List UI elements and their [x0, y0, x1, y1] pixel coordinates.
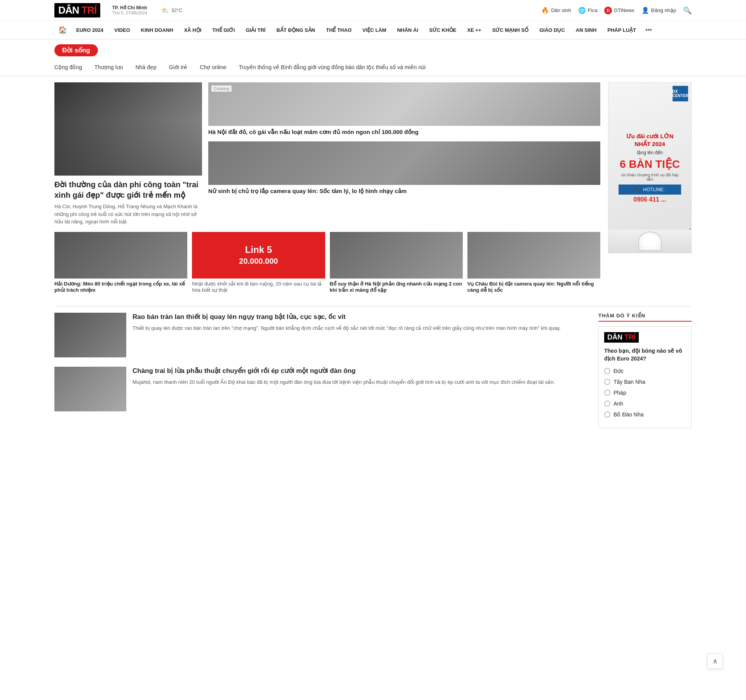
sub-navigation: Cộng đồng Thượng lưu Nhà đẹp Giới trẻ Ch… — [0, 59, 746, 76]
site-header: DÂN TRÍ TP. Hồ Chí Minh Thứ 5, 27/06/202… — [0, 0, 746, 40]
subnav-cho-online[interactable]: Chợ online — [193, 62, 232, 73]
list-article-1-desc: Thiết bị quay lén được rao bán tràn lan … — [132, 324, 587, 332]
nav-euro2024[interactable]: EURO 2024 — [71, 23, 109, 38]
subnav-nha-dep[interactable]: Nhà đẹp — [129, 62, 163, 73]
nav-xe-plus[interactable]: XE ++ — [462, 23, 487, 38]
ad-value: 6 BÀN TIỆC — [619, 158, 681, 171]
side-article-1-title: Hà Nội đắt đỏ, cô gái vẫn nấu loạt mâm c… — [208, 128, 600, 136]
side-article-1[interactable]: Cooking Hà Nội đắt đỏ, cô gái vẫn nấu lo… — [208, 82, 600, 136]
nav-the-thao[interactable]: THỂ THAO — [321, 23, 357, 38]
nav-bat-dong-san[interactable]: BẤT ĐỘNG SẢN — [271, 23, 321, 38]
nav-xa-hoi[interactable]: XÃ HỘI — [179, 23, 207, 38]
dan-sinh-link[interactable]: 🔥 Dân sinh — [541, 7, 571, 14]
ad-hotline-label: HOTLINE: — [643, 187, 664, 192]
nav-kinh-doanh[interactable]: KINH DOANH — [136, 23, 179, 38]
section-divider — [54, 306, 692, 306]
home-icon: 🏠 — [58, 26, 67, 34]
list-article-2-title: Chàng trai bị lừa phẫu thuật chuyển giới… — [132, 367, 587, 375]
category-tag: Đời sống — [54, 44, 98, 56]
d-badge: D — [604, 7, 612, 14]
small-article-4-title: Vụ Châu Bùi bị đặt camera quay lén: Ngườ… — [467, 281, 600, 294]
radio-bdn[interactable] — [604, 411, 610, 418]
nav-the-gioi[interactable]: THẾ GIỚI — [207, 23, 240, 38]
small-article-1-title: Hải Dương: Mèo 80 triệu chết ngạt trong … — [54, 281, 187, 294]
subnav-gioi-tre[interactable]: Giới trẻ — [163, 62, 194, 73]
city-label: TP. Hồ Chí Minh — [112, 5, 147, 10]
link5-card[interactable]: Link 5 20.000.000 Nhật được khởi sắt khi… — [192, 232, 325, 294]
ad-hotline: 0906 411 ... — [619, 196, 681, 203]
dtinews-link[interactable]: D DTiNews — [604, 7, 634, 14]
nav-giai-tri[interactable]: GIẢI TRÍ — [241, 23, 271, 38]
nav-more-button[interactable]: ••• — [641, 22, 656, 38]
poll-question: Theo bạn, đội bóng nào sẽ vô địch Euro 2… — [604, 347, 686, 362]
search-button[interactable]: 🔍 — [683, 6, 692, 15]
poll-option-phap[interactable]: Pháp — [604, 390, 686, 396]
side-article-2[interactable]: Nữ sinh bị chủ trọ lắp camera quay lén: … — [208, 141, 600, 195]
featured-article-desc: Hà Còi, Huỳnh Trung Dũng, Hồ Trang Nhung… — [54, 203, 202, 226]
link5-desc: Nhật được khởi sắt khi đi làm ruộng, 20 … — [192, 281, 325, 294]
small-article-3[interactable]: Bổ suy thận ở Hà Nội phản ứng nhanh cứu … — [330, 232, 463, 294]
temperature-label: 32°C — [171, 7, 183, 13]
nav-an-sinh[interactable]: AN SINH — [570, 23, 602, 38]
nav-video[interactable]: VIDEO — [109, 23, 135, 38]
nav-suc-khoe[interactable]: SỨC KHỎE — [424, 23, 462, 38]
user-icon: 👤 — [641, 7, 649, 14]
poll-option-bdn[interactable]: Bồ Đào Nha — [604, 411, 686, 418]
weather-icon: ⛅ — [161, 7, 169, 14]
small-article-3-title: Bổ suy thận ở Hà Nội phản ứng nhanh cứu … — [330, 281, 463, 294]
login-button[interactable]: 👤 Đăng nhập — [641, 7, 676, 14]
articles-list: Rao bán tràn lan thiết bị quay lén ngụy … — [54, 313, 587, 428]
ad-subtitle: tặng lên đến — [619, 150, 681, 155]
side-article-2-title: Nữ sinh bị chủ trọ lắp camera quay lén: … — [208, 187, 600, 195]
nav-giao-duc[interactable]: GIÁO DỤC — [534, 23, 570, 38]
list-article-1[interactable]: Rao bán tràn lan thiết bị quay lén ngụy … — [54, 313, 587, 357]
ad-title: Ưu đãi cưới LỚN NHẤT 2024 — [619, 132, 681, 148]
nav-viec-lam[interactable]: VIỆC LÀM — [357, 23, 392, 38]
poll-section-title: THĂM DÒ Ý KIẾN — [598, 313, 692, 322]
main-navigation: 🏠 EURO 2024 VIDEO KINH DOANH XÃ HỘI THẾ … — [0, 21, 746, 40]
link5-value: 20.000.000 — [239, 257, 278, 266]
small-article-1[interactable]: Hải Dương: Mèo 80 triệu chết ngạt trong … — [54, 232, 187, 294]
nav-nhan-ai[interactable]: NHÂN ÁI — [392, 23, 424, 38]
hotline-icon: 📞 — [635, 187, 641, 192]
nav-suc-manh-so[interactable]: SỨC MẠNH SỐ — [487, 23, 534, 38]
list-article-1-title: Rao bán tràn lan thiết bị quay lén ngụy … — [132, 313, 587, 321]
radio-duc[interactable] — [604, 368, 610, 374]
poll-option-anh[interactable]: Anh — [604, 400, 686, 407]
list-article-2[interactable]: Chàng trai bị lừa phẫu thuật chuyển giới… — [54, 367, 587, 411]
list-article-2-desc: Mujahid, nam thanh niên 20 tuổi người Ấn… — [132, 378, 587, 386]
subnav-thuong-luu[interactable]: Thượng lưu — [88, 62, 129, 73]
poll-option-tbn[interactable]: Tây Ban Nha — [604, 379, 686, 385]
poll-option-duc[interactable]: Đức — [604, 368, 686, 374]
subnav-truyen-thong[interactable]: Truyền thống về Bình đẳng giới vùng đồng… — [233, 62, 432, 73]
featured-article[interactable]: Đời thường của dàn phi công toàn "trai x… — [54, 82, 202, 226]
poll-section: THĂM DÒ Ý KIẾN DÂN TRÍ Theo bạn, đội bón… — [598, 313, 692, 428]
small-article-4[interactable]: Vụ Châu Bùi bị đặt camera quay lén: Ngườ… — [467, 232, 600, 294]
subnav-cong-dong[interactable]: Cộng đồng — [54, 62, 88, 73]
globe-icon: 🌐 — [578, 7, 586, 14]
nav-phap-luat[interactable]: PHÁP LUẬT — [602, 23, 641, 38]
nav-home[interactable]: 🏠 — [54, 21, 71, 39]
featured-article-title: Đời thường của dàn phi công toàn "trai x… — [54, 179, 202, 200]
poll-logo: DÂN TRÍ — [604, 332, 639, 343]
radio-phap[interactable] — [604, 390, 610, 396]
fire-icon: 🔥 — [541, 7, 549, 14]
site-logo[interactable]: DÂN TRÍ — [54, 3, 100, 17]
fica-link[interactable]: 🌐 Fica — [578, 7, 598, 14]
link5-title: Link 5 — [245, 244, 272, 255]
ad-banner[interactable]: DXCENTER Ưu đãi cưới LỚN NHẤT 2024 tặng … — [608, 82, 692, 300]
date-label: Thứ 5, 27/06/2024 — [112, 10, 147, 16]
radio-anh[interactable] — [604, 400, 610, 407]
radio-tbn[interactable] — [604, 379, 610, 385]
